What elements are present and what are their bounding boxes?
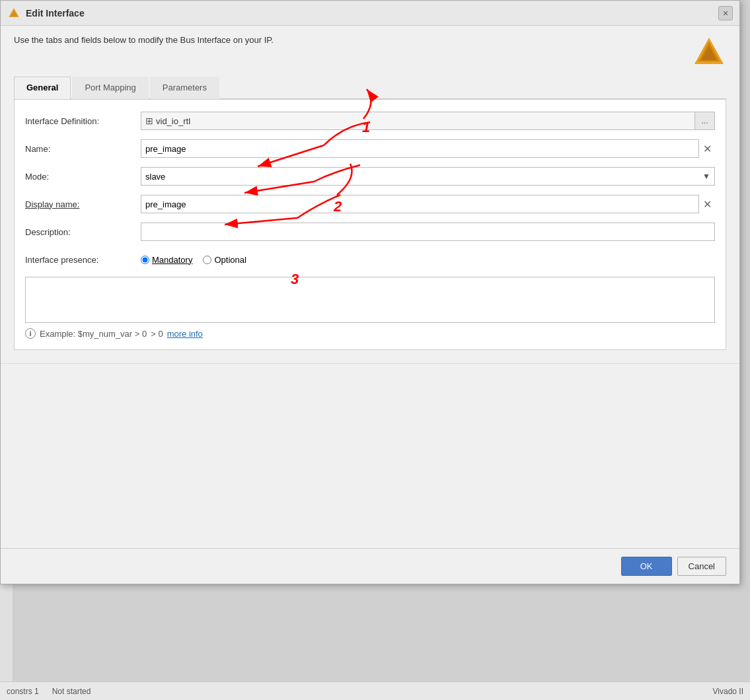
- display-name-row: Display name: ✕: [25, 193, 715, 215]
- interface-definition-row: Interface Definition: ⊞ vid_io_rtl ...: [25, 110, 715, 131]
- edit-interface-dialog: Edit Interface × Use the tabs and fields…: [0, 0, 740, 584]
- dialog-titlebar: Edit Interface ×: [1, 1, 739, 26]
- mandatory-radio-label[interactable]: Mandatory: [141, 255, 192, 265]
- header-description: Use the tabs and fields below to modify …: [14, 35, 274, 45]
- greater-than-zero: > 0: [151, 329, 163, 339]
- expression-box[interactable]: [25, 277, 715, 323]
- dialog-header-info: Use the tabs and fields below to modify …: [1, 26, 739, 76]
- tab-general[interactable]: General: [14, 77, 71, 99]
- display-name-input-wrap: ✕: [141, 195, 715, 213]
- interface-presence-label: Interface presence:: [25, 255, 141, 265]
- description-input[interactable]: [141, 223, 715, 241]
- ok-button[interactable]: OK: [621, 557, 672, 576]
- close-button[interactable]: ×: [718, 6, 733, 20]
- tab-bar: General Port Mapping Parameters: [14, 76, 726, 100]
- info-row: i Example: $my_num_var > 0 > 0 more info: [25, 328, 715, 339]
- mode-chevron-icon: ▼: [702, 172, 710, 181]
- example-text: Example: $my_num_var > 0: [40, 329, 147, 339]
- tab-content-general: Interface Definition: ⊞ vid_io_rtl ... N…: [14, 100, 726, 350]
- info-icon: i: [25, 328, 36, 339]
- interface-definition-label: Interface Definition:: [25, 116, 141, 126]
- vivado-logo: [692, 35, 726, 69]
- display-name-label: Display name:: [25, 199, 141, 209]
- name-clear-button[interactable]: ✕: [699, 141, 715, 157]
- vivado-title-icon: [7, 7, 20, 20]
- constrs-status: constrs 1: [7, 687, 39, 696]
- interface-definition-field[interactable]: ⊞ vid_io_rtl: [141, 112, 695, 130]
- name-input-wrap: ✕: [141, 139, 715, 158]
- not-started-status: Not started: [52, 687, 91, 696]
- interface-presence-radio-group: Mandatory Optional: [141, 255, 246, 265]
- interface-def-icon: ⊞: [145, 116, 153, 126]
- interface-definition-input-wrap: ⊞ vid_io_rtl ...: [141, 112, 715, 130]
- mode-label: Mode:: [25, 172, 141, 182]
- interface-presence-row: Interface presence: Mandatory Optional: [25, 249, 715, 270]
- mode-select-wrap: slave ▼: [141, 167, 715, 186]
- mode-row: Mode: slave ▼: [25, 166, 715, 187]
- more-info-link[interactable]: more info: [167, 329, 203, 339]
- tab-parameters[interactable]: Parameters: [150, 77, 219, 99]
- name-row: Name: ✕: [25, 138, 715, 159]
- browse-button[interactable]: ...: [695, 112, 715, 130]
- brand-label: Vivado II: [713, 687, 743, 696]
- display-name-clear-button[interactable]: ✕: [699, 196, 715, 212]
- mode-select[interactable]: slave ▼: [141, 167, 715, 186]
- display-name-input[interactable]: [141, 195, 699, 213]
- status-bar: constrs 1 Not started Vivado II: [0, 682, 750, 700]
- name-label: Name:: [25, 144, 141, 154]
- description-row: Description:: [25, 221, 715, 242]
- cancel-button[interactable]: Cancel: [677, 557, 726, 576]
- tab-port-mapping[interactable]: Port Mapping: [72, 77, 148, 99]
- dialog-content: General Port Mapping Parameters Interfac…: [1, 76, 739, 363]
- mandatory-radio[interactable]: [141, 256, 149, 264]
- dialog-footer: OK Cancel: [1, 548, 739, 584]
- description-label: Description:: [25, 227, 141, 237]
- dialog-title-text: Edit Interface: [26, 8, 85, 18]
- optional-radio[interactable]: [203, 256, 211, 264]
- optional-radio-label[interactable]: Optional: [203, 255, 246, 265]
- dialog-bottom-area: [1, 363, 739, 548]
- name-input[interactable]: [141, 139, 699, 158]
- dialog-title-left: Edit Interface: [7, 7, 85, 20]
- description-input-wrap: [141, 223, 715, 241]
